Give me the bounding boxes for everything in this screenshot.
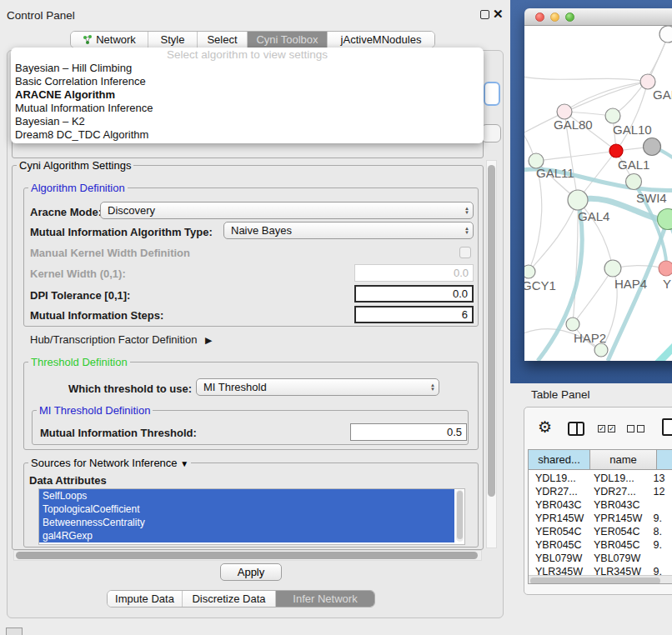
settings-hscrollbar[interactable] [13,550,482,561]
node-label: GAL [653,88,672,102]
node-green-right[interactable] [658,209,672,230]
network-window-titlebar[interactable] [524,8,672,26]
node-hap2[interactable] [566,318,579,331]
apply-button[interactable]: Apply [220,563,282,581]
table-row[interactable]: YBR045CYBR045C9. [529,538,672,552]
node-swi4[interactable] [626,174,642,190]
kernel-width-field[interactable]: 0.0 [354,264,474,282]
arrow-down-icon: ▼ [180,459,188,468]
data-attributes-label: Data Attributes [29,474,107,487]
minimize-traffic-light-icon[interactable] [550,12,559,22]
node-salmon-right[interactable] [659,261,672,276]
manual-kernel-checkbox[interactable] [459,247,471,258]
aracne-mode-combo[interactable]: Discovery ▲▼ [100,202,474,219]
table-hscrollbar[interactable] [529,575,672,584]
node-hap4[interactable] [604,260,621,277]
tab-impute-data[interactable]: Impute Data [108,591,183,607]
list-item[interactable]: SelfLoops [39,489,454,502]
dropdown-item[interactable]: Basic Correlation Inference [11,75,484,88]
tab-infer-network[interactable]: Infer Network [276,591,374,607]
node-gcy1[interactable] [524,265,535,278]
table-row[interactable]: YBR043CYBR043C [529,498,672,512]
node-label: HAP4 [614,277,647,291]
dpi-tolerance-label: DPI Tolerance [0,1]: [30,289,130,302]
list-item[interactable]: TopologicalCoefficient [39,502,454,516]
stepper-icon: ▲▼ [430,383,435,392]
tab-jactivemnodules[interactable]: jActiveMNodules [328,32,434,48]
node-gal1-selected[interactable] [609,144,623,158]
float-icon[interactable] [480,10,489,19]
dropdown-item[interactable]: Bayesian – Hill Climbing [11,62,484,75]
dropdown-item[interactable]: Mutual Information Inference [11,102,484,115]
list-item[interactable]: gal4RGexp [39,529,454,542]
new-table-icon[interactable] [662,418,672,436]
settings-vscrollbar[interactable] [486,160,497,548]
sources-toggle[interactable]: Sources for Network Inference ▼ [28,458,191,470]
select-all-checks-icon[interactable]: ✓ ✓ [598,425,615,432]
list-item[interactable]: BetweennessCentrality [39,516,454,529]
gear-icon[interactable]: ⚙ [538,419,552,435]
columns-icon[interactable] [568,422,584,436]
kernel-width-label: Kernel Width (0,1): [30,268,126,280]
control-panel: Control Panel ✕ Network Style Select Cyn… [0,0,510,635]
column-header-shared[interactable]: shared... [529,450,590,469]
network-window[interactable]: GAL GAL80 GAL10 GAL1 GAL11 SWI4 GAL4 GCY… [524,8,672,361]
node-label: GCY1 [524,278,556,292]
mi-steps-field[interactable]: 6 [354,306,474,323]
network-canvas[interactable]: GAL GAL80 GAL10 GAL1 GAL11 SWI4 GAL4 GCY… [524,26,672,361]
mi-threshold-title: MI Threshold Definition [37,405,153,417]
table-panel-card: ⚙ ✓ ✓ shared... name YDL19...YDL19...13 … [524,407,672,595]
close-icon[interactable]: ✕ [493,7,504,22]
which-threshold-label: Which threshold to use: [68,382,192,395]
tab-select[interactable]: Select [198,32,248,48]
table-row[interactable]: YPR145WYPR145W9. [529,512,672,525]
tab-discretize-data[interactable]: Discretize Data [183,591,276,607]
close-traffic-light-icon[interactable] [535,12,544,22]
settings-hscrollbar-thumb[interactable] [16,552,478,559]
mi-threshold-field[interactable]: 0.5 [350,423,467,441]
mi-type-value: Naive Bayes [231,224,292,237]
stepper-icon: ▲▼ [464,227,469,235]
stepper-icon: ▲▼ [464,207,469,215]
cyni-settings-title: Cyni Algorithm Settings [17,160,133,172]
node-gray[interactable] [644,138,661,156]
table-row[interactable]: YER054CYER054C8. [529,525,672,538]
dropdown-item[interactable]: Dream8 DC_TDC Algorithm [11,128,484,142]
node-label: GAL80 [554,118,593,132]
list-scrollbar[interactable] [456,490,464,542]
dropdown-item-aracne[interactable]: ARACNE Algorithm [11,88,484,102]
tab-cyni-toolbox[interactable]: Cyni Toolbox [248,32,328,48]
table-row[interactable]: YDL19...YDL19...13 [529,472,672,485]
table-row[interactable]: YDR27...YDR27...12 [529,485,672,498]
tab-network[interactable]: Network [71,32,148,48]
bottom-tabbar: Impute Data Discretize Data Infer Networ… [107,590,375,608]
table-header-row: shared... name [529,450,672,470]
dpi-tolerance-field[interactable]: 0.0 [354,285,474,302]
zoom-traffic-light-icon[interactable] [565,12,574,22]
hub-definition-toggle[interactable]: Hub/Transcription Factor Definition ▶ [30,333,212,346]
panel-corner-button[interactable] [6,628,23,635]
column-header-name[interactable]: name [590,450,657,469]
panel-title: Control Panel [7,9,75,22]
dropdown-item[interactable]: Bayesian – K2 [11,115,484,128]
mi-type-combo[interactable]: Naive Bayes ▲▼ [223,222,474,239]
node-bottom-green[interactable] [594,343,608,357]
tab-style[interactable]: Style [148,32,198,48]
mi-steps-label: Mutual Information Steps: [30,309,163,322]
table-hscrollbar-thumb[interactable] [530,578,660,584]
settings-vscrollbar-thumb[interactable] [488,165,495,497]
node-label: GAL11 [536,166,574,180]
list-scrollbar-thumb[interactable] [457,491,463,539]
threshold-title: Threshold Definition [28,357,130,368]
which-threshold-combo[interactable]: MI Threshold ▲▼ [196,378,439,396]
node-label: Y [663,277,671,291]
algorithm-definition-title: Algorithm Definition [28,182,128,194]
deselect-all-checks-icon[interactable] [627,425,644,432]
node-label: GAL10 [613,122,652,137]
column-header-partial[interactable] [657,450,672,469]
node-gal4[interactable] [568,190,588,210]
dropdown-placeholder: Select algorithm to view settings [11,48,484,62]
node-gal10[interactable] [605,108,620,123]
table-row[interactable]: YBL079WYBL079W [529,552,672,565]
node-unlabeled[interactable] [659,26,672,42]
